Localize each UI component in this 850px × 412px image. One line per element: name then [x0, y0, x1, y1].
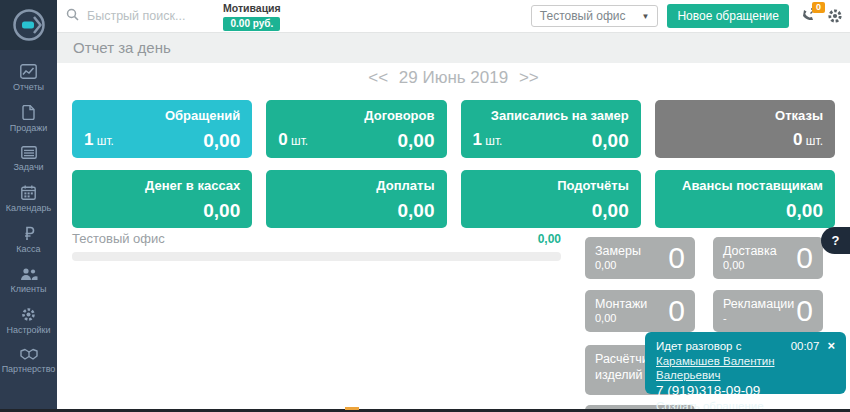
sidebar-item-reports[interactable]: Отчеты: [0, 58, 57, 99]
office-value: 0,00: [538, 232, 561, 246]
card-supplier-advances[interactable]: Авансы поставщикам 0,00: [655, 170, 835, 228]
office-progress-bar: [72, 252, 561, 261]
close-icon[interactable]: ×: [827, 339, 835, 354]
card-count: 1 шт.: [473, 130, 503, 150]
card-label: Отказы: [775, 108, 823, 123]
calls-button[interactable]: 0: [801, 7, 818, 26]
card-requests[interactable]: Обращений 1 шт. 0,00: [72, 100, 252, 158]
stat-count: 0: [796, 241, 813, 275]
summary-cards-row: Обращений 1 шт. 0,00 Договоров 0 шт. 0,0…: [72, 100, 835, 158]
handshake-icon: [20, 348, 38, 361]
page-title: Отчет за день: [73, 39, 171, 56]
card-label: Подотчёты: [557, 178, 629, 193]
card-value: 0,00: [203, 130, 240, 152]
sidebar-item-calendar[interactable]: Календарь: [0, 179, 57, 220]
sidebar-item-sales[interactable]: Продажи: [0, 99, 57, 140]
stat-label: Монтажи: [595, 297, 647, 313]
date-next-button[interactable]: >>: [519, 68, 539, 87]
sidebar-nav: Отчеты Продажи Задачи Календарь: [0, 58, 57, 381]
card-refusals[interactable]: Отказы 0 шт.: [655, 100, 835, 158]
date-label: 29 Июнь 2019: [399, 68, 508, 87]
sidebar-item-label: Клиенты: [10, 284, 46, 294]
motivation-label: Мотивация: [223, 3, 281, 14]
help-button[interactable]: ?: [821, 227, 850, 254]
card-value: 0,00: [398, 200, 435, 222]
stat-card-installations[interactable]: Монтажи 0,00 0: [585, 290, 695, 332]
card-value: 0,00: [592, 200, 629, 222]
caller-name-link[interactable]: Карамышев Валентин Валерьевич: [656, 354, 835, 383]
chevron-down-icon: ▼: [642, 12, 650, 21]
sidebar-item-label: Продажи: [10, 123, 48, 133]
stat-card-delivery[interactable]: Доставка 0,00 0: [713, 237, 823, 279]
question-mark-icon: ?: [832, 233, 840, 248]
card-contracts[interactable]: Договоров 0 шт. 0,00: [266, 100, 446, 158]
sidebar-item-label: Партнерство: [2, 364, 56, 374]
card-measure-signups[interactable]: Записались на замер 1 шт. 0,00: [461, 100, 641, 158]
motivation-value-badge: 0.00 руб.: [223, 17, 280, 31]
search-box: [66, 7, 209, 25]
card-value: 0,00: [203, 200, 240, 222]
office-select[interactable]: Тестовый офис ▼: [531, 5, 659, 27]
chart-icon: [20, 64, 37, 79]
card-label: Обращений: [165, 108, 240, 123]
settings-button[interactable]: [827, 8, 843, 24]
sidebar-item-label: Задачи: [13, 162, 43, 172]
new-request-button[interactable]: Новое обращение: [667, 4, 789, 28]
card-value: 0,00: [786, 200, 823, 222]
topbar: Мотивация 0.00 руб. Тестовый офис ▼ Ново…: [57, 0, 850, 33]
sidebar-item-settings[interactable]: Настройки: [0, 301, 57, 342]
date-prev-button[interactable]: <<: [368, 68, 388, 87]
search-input[interactable]: [85, 8, 209, 24]
taskbar-sliver: [345, 407, 359, 410]
topbar-right: Тестовый офис ▼ Новое обращение 0: [531, 4, 850, 28]
card-subreports[interactable]: Подотчёты 0,00: [461, 170, 641, 228]
call-popup-title: Идет разговор с: [656, 339, 741, 354]
gear-icon: [827, 8, 843, 24]
users-icon: [20, 267, 38, 281]
date-navigator: << 29 Июнь 2019 >>: [57, 68, 850, 88]
office-name: Тестовый офис: [72, 231, 165, 246]
office-progress-block: Тестовый офис 0,00: [72, 231, 561, 261]
app-root: Отчеты Продажи Задачи Календарь: [0, 0, 850, 412]
stat-label: Замеры: [595, 244, 641, 260]
sidebar-item-clients[interactable]: Клиенты: [0, 261, 57, 301]
motivation-widget[interactable]: Мотивация 0.00 руб.: [223, 1, 281, 31]
sidebar: Отчеты Продажи Задачи Календарь: [0, 0, 57, 412]
page-header: Отчет за день: [57, 32, 850, 63]
stat-sub: 0,00: [595, 259, 616, 271]
office-select-value: Тестовый офис: [540, 9, 626, 23]
card-label: Записались на замер: [491, 108, 629, 123]
file-icon: [22, 105, 35, 120]
calendar-icon: [21, 185, 36, 200]
stat-sub: -: [723, 312, 727, 324]
card-label: Денег в кассах: [145, 178, 240, 193]
sidebar-item-label: Отчеты: [13, 82, 44, 92]
card-value: 0,00: [398, 130, 435, 152]
stat-card-complaints[interactable]: Рекламации - 0: [713, 290, 823, 332]
sidebar-item-tasks[interactable]: Задачи: [0, 140, 57, 179]
sidebar-item-label: Настройки: [6, 325, 50, 335]
card-label: Авансы поставщикам: [682, 178, 823, 193]
call-timer: 00:07: [791, 339, 820, 354]
card-cash[interactable]: Денег в кассах 0,00: [72, 170, 252, 228]
app-logo[interactable]: [0, 0, 57, 50]
stat-count: 0: [668, 241, 685, 275]
search-icon: [66, 7, 79, 25]
card-count: 1 шт.: [84, 130, 114, 150]
card-surcharges[interactable]: Доплаты 0,00: [266, 170, 446, 228]
card-label: Доплаты: [376, 178, 434, 193]
logo-icon: [12, 8, 46, 42]
stat-count: 0: [668, 294, 685, 328]
stat-label: Рекламации: [723, 297, 794, 313]
stat-label: Доставка: [723, 244, 777, 260]
tasks-icon: [21, 146, 37, 159]
caller-phone: 7 (919)318-09-09: [656, 384, 835, 399]
stat-count: 0: [796, 294, 813, 328]
card-count: 0 шт.: [278, 130, 308, 150]
sidebar-item-cashbox[interactable]: Касса: [0, 220, 57, 261]
sidebar-item-label: Касса: [16, 244, 40, 254]
stat-sub: 0,00: [723, 259, 744, 271]
money-cards-row: Денег в кассах 0,00 Доплаты 0,00 Подотчё…: [72, 170, 835, 228]
stat-card-measurements[interactable]: Замеры 0,00 0: [585, 237, 695, 279]
sidebar-item-partnership[interactable]: Партнерство: [0, 342, 57, 381]
